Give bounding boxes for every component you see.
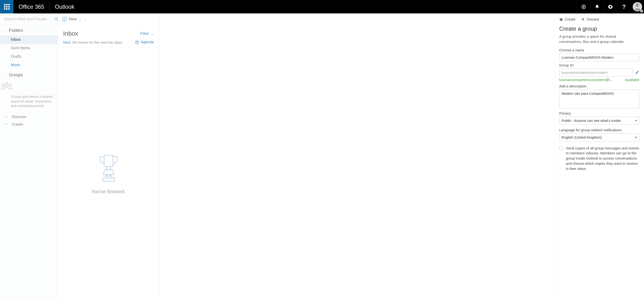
panel-description: A group provides a space for shared conv… xyxy=(559,34,639,44)
language-label: Language for group-related notifications xyxy=(559,128,639,132)
groups-section-header[interactable]: ⌃ Groups xyxy=(0,69,58,80)
svg-point-5 xyxy=(9,84,11,87)
agenda-row: Next: No events for the next two days. A… xyxy=(58,39,159,48)
discover-button[interactable]: → Discover xyxy=(0,113,58,121)
edit-icon[interactable] xyxy=(635,70,639,75)
trophy-icon xyxy=(96,153,122,184)
sidebar-item-inbox[interactable]: Inbox xyxy=(0,35,58,44)
main-layout: ⌃ Folders Inbox Sent Items Drafts More ⌃… xyxy=(0,14,644,300)
folder-header: Inbox Filter ⌄ xyxy=(58,25,159,39)
create-group-panel: Create Discard Create a group A group pr… xyxy=(554,14,644,300)
sidebar-item-sent[interactable]: Sent Items xyxy=(0,44,58,52)
availability-status: Available xyxy=(625,78,639,82)
message-list-column: + New | ⌄ Inbox Filter ⌄ Next: No events… xyxy=(58,14,159,300)
panel-create-label: Create xyxy=(565,17,576,21)
arrow-right-icon: → xyxy=(4,115,8,119)
panel-create-button[interactable]: Create xyxy=(559,17,576,21)
new-toolbar: + New | ⌄ xyxy=(58,14,159,25)
agenda-button[interactable]: Agenda xyxy=(135,40,154,44)
caret-down-icon: ▾ xyxy=(635,135,637,140)
empty-text: You've finished. xyxy=(92,189,126,194)
groupid-label: Group ID xyxy=(559,63,639,67)
name-label: Choose a name xyxy=(559,48,639,52)
desc-label: Add a description xyxy=(559,84,639,88)
groups-icon xyxy=(0,80,58,92)
filter-label: Filter xyxy=(140,31,149,36)
plus-circle-icon: + xyxy=(62,17,67,22)
svg-rect-11 xyxy=(103,178,114,181)
chevron-up-icon: ⌃ xyxy=(4,74,6,77)
privacy-value: Public - Anyone can see what's inside xyxy=(562,119,621,123)
panel-discard-label: Discard xyxy=(587,17,599,21)
panel-toolbar: Create Discard xyxy=(559,14,639,24)
folders-label: Folders xyxy=(9,28,23,33)
filter-button[interactable]: Filter ⌄ xyxy=(140,31,154,36)
left-sidebar: ⌃ Folders Inbox Sent Items Drafts More ⌃… xyxy=(0,14,58,300)
save-icon xyxy=(559,18,563,21)
app-name[interactable]: Outlook xyxy=(50,0,80,14)
top-bar: Office 365 Outlook ? xyxy=(0,0,644,14)
chevron-down-icon[interactable]: ⌄ xyxy=(84,18,86,21)
create-label: Create xyxy=(12,122,23,127)
folders-section-header[interactable]: ⌃ Folders xyxy=(0,25,58,35)
new-button[interactable]: + New | ⌄ xyxy=(62,17,86,22)
plus-icon: + xyxy=(4,122,8,127)
discover-label: Discover xyxy=(12,115,26,119)
copies-label: Send copies of all group messages and ev… xyxy=(566,146,639,171)
groups-promo-text: Groups give teams a shared space for ema… xyxy=(0,92,58,111)
language-select[interactable]: English (United Kingdom) ▾ xyxy=(559,133,639,141)
svg-point-3 xyxy=(5,83,8,86)
panel-title: Create a group xyxy=(559,26,639,32)
profile-avatar[interactable] xyxy=(630,0,644,14)
next-text: No events for the next two days. xyxy=(72,40,123,44)
svg-point-1 xyxy=(55,18,57,20)
svg-rect-12 xyxy=(106,175,108,176)
agenda-left: Next: No events for the next two days. xyxy=(63,40,123,44)
folder-title: Inbox xyxy=(63,30,78,37)
language-value: English (United Kingdom) xyxy=(562,135,602,139)
settings-icon[interactable] xyxy=(604,0,617,14)
group-email-preview: luismancompartimossmodern@lman... xyxy=(559,78,616,82)
caret-down-icon: ▾ xyxy=(635,119,637,123)
waffle-icon xyxy=(4,4,10,10)
copies-checkbox-row: Send copies of all group messages and ev… xyxy=(559,146,639,171)
spacer xyxy=(80,0,577,14)
chevron-up-icon: ⌃ xyxy=(4,29,6,32)
presence-available-icon xyxy=(640,10,643,13)
skype-icon[interactable] xyxy=(577,0,590,14)
agenda-label: Agenda xyxy=(141,40,154,44)
copies-checkbox[interactable] xyxy=(559,146,563,150)
groupid-row xyxy=(559,69,639,76)
group-name-input[interactable] xyxy=(559,54,639,61)
help-icon[interactable]: ? xyxy=(617,0,630,14)
svg-rect-13 xyxy=(110,175,111,176)
next-label: Next: xyxy=(63,40,71,44)
sidebar-item-drafts[interactable]: Drafts xyxy=(0,52,58,61)
groups-label: Groups xyxy=(9,73,23,78)
group-description-input[interactable] xyxy=(559,90,639,108)
create-button[interactable]: + Create xyxy=(0,121,58,128)
search-box[interactable] xyxy=(0,14,58,25)
privacy-select[interactable]: Public - Anyone can see what's inside ▾ xyxy=(559,117,639,125)
empty-state: You've finished. xyxy=(58,48,159,300)
panel-discard-button[interactable]: Discard xyxy=(581,17,599,21)
sidebar-item-more[interactable]: More xyxy=(0,61,58,69)
calendar-icon xyxy=(135,40,139,44)
svg-point-4 xyxy=(2,84,4,87)
privacy-label: Privacy xyxy=(559,111,639,115)
separator: | xyxy=(79,17,82,22)
notifications-icon[interactable] xyxy=(590,0,604,14)
svg-rect-10 xyxy=(104,155,113,167)
availability-row: luismancompartimossmodern@lman... Availa… xyxy=(559,78,639,82)
svg-rect-6 xyxy=(136,41,138,44)
reading-pane xyxy=(159,14,554,300)
chevron-down-icon: ⌄ xyxy=(151,32,154,36)
app-launcher[interactable] xyxy=(0,0,14,14)
brand-label[interactable]: Office 365 xyxy=(14,0,50,14)
new-label: New xyxy=(69,17,77,22)
group-id-input[interactable] xyxy=(559,69,633,76)
search-input[interactable] xyxy=(4,17,54,22)
close-icon xyxy=(581,18,585,21)
